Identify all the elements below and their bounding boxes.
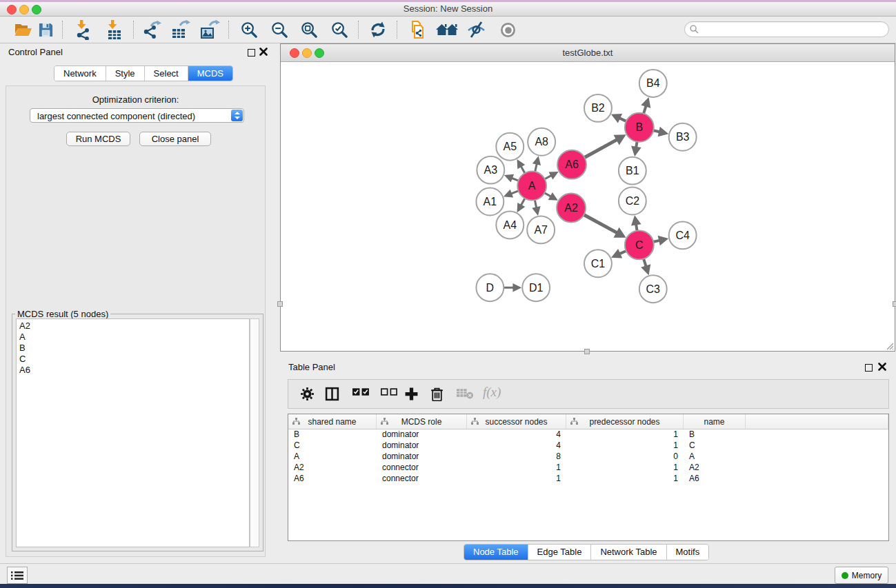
zoom-window-button[interactable] — [32, 5, 41, 14]
table-options-button[interactable] — [300, 387, 315, 401]
mcds-result-item[interactable]: A — [19, 332, 249, 343]
tab-style[interactable]: Style — [106, 66, 145, 81]
mcds-result-item[interactable]: C — [19, 354, 249, 365]
export-table-button[interactable] — [168, 19, 192, 41]
tab-select[interactable]: Select — [145, 66, 188, 81]
control-panel: Control Panel NetworkStyleSelectMCDS Opt… — [0, 43, 270, 562]
run-mcds-button[interactable]: Run MCDS — [66, 132, 130, 146]
deselect-all-button[interactable] — [380, 387, 399, 397]
resize-handle-left[interactable] — [277, 301, 283, 307]
table-tabs: Node TableEdge TableNetwork TableMotifs — [464, 544, 709, 560]
column-header-predecessor-nodes[interactable]: predecessor nodes — [566, 414, 684, 429]
network-graph: AA1A3A4A5A7A8A6A2BB1B2B3B4CC1C2C3C4DD1 — [281, 62, 895, 351]
tab-node-table[interactable]: Node Table — [464, 545, 528, 560]
resize-handle-bottom[interactable] — [584, 349, 590, 354]
clone-network-button[interactable] — [405, 19, 430, 41]
add-column-button[interactable] — [404, 387, 419, 401]
apply-function-button[interactable]: f(x) — [483, 385, 501, 400]
close-window-button[interactable] — [7, 5, 17, 14]
zoom-view-button[interactable] — [315, 48, 324, 58]
column-header-MCDS-role[interactable]: MCDS role — [377, 414, 467, 429]
import-network-button[interactable] — [71, 19, 96, 41]
table-row[interactable]: A2connector11A2 — [288, 462, 888, 473]
window-title: Session: New Session — [0, 2, 896, 16]
tab-mcds[interactable]: MCDS — [188, 66, 232, 81]
graph-edge[interactable] — [584, 215, 617, 234]
memory-button[interactable]: Memory — [835, 567, 888, 584]
control-panel-title: Control Panel — [8, 47, 63, 57]
mcds-result-list: A2ABCA6 — [16, 318, 250, 547]
save-session-button[interactable] — [33, 19, 58, 41]
select-all-button[interactable] — [352, 387, 370, 397]
search-input[interactable] — [701, 24, 888, 35]
zoom-in-button[interactable] — [237, 19, 261, 41]
table-row[interactable]: Adominator80A — [288, 451, 888, 462]
graph-node-label: A5 — [504, 141, 517, 152]
zoom-fit-button[interactable] — [297, 19, 321, 41]
zoom-selected-button[interactable] — [327, 19, 352, 41]
tab-network[interactable]: Network — [54, 66, 106, 81]
zoom-out-button[interactable] — [267, 19, 292, 41]
table-cell: 1 — [566, 473, 684, 484]
export-image-button[interactable] — [197, 19, 222, 41]
table-cell: C — [288, 440, 377, 451]
toolbar-separator — [397, 21, 397, 39]
optimization-criterion-select[interactable]: largest connected component (directed) — [30, 108, 244, 123]
network-canvas[interactable]: AA1A3A4A5A7A8A6A2BB1B2B3B4CC1C2C3C4DD1 — [281, 62, 895, 351]
mcds-result-group: MCDS result (5 nodes) A2ABCA6 — [12, 314, 263, 551]
column-header-shared-name[interactable]: shared name — [288, 414, 377, 429]
graph-edge-arrowhead — [658, 127, 669, 136]
scrollbar[interactable] — [250, 318, 259, 547]
graph-node-label: B4 — [646, 77, 660, 89]
float-table-panel-icon[interactable] — [865, 364, 873, 372]
tab-network-table[interactable]: Network Table — [591, 545, 666, 560]
close-panel-button[interactable]: Close panel — [139, 132, 211, 146]
import-table-button[interactable] — [102, 19, 127, 41]
resize-handle-right[interactable] — [893, 301, 896, 307]
tab-motifs[interactable]: Motifs — [667, 545, 709, 560]
home-button[interactable] — [435, 19, 459, 41]
close-panel-icon[interactable] — [259, 48, 268, 56]
table-cell: A — [288, 451, 377, 462]
network-view-window: testGlobe.txt AA1A3A4A5A7A8A6A2BB1B2B3B4… — [280, 43, 895, 352]
resize-grip-icon[interactable] — [885, 341, 894, 350]
graph-edge-arrowhead — [631, 146, 641, 156]
graph-edge-arrowhead — [532, 206, 540, 216]
show-columns-button[interactable] — [325, 387, 339, 401]
delete-table-button[interactable] — [456, 387, 475, 400]
minimize-view-button[interactable] — [302, 48, 312, 58]
open-file-button[interactable] — [10, 19, 35, 41]
table-cell: 1 — [566, 429, 684, 440]
column-header-successor-nodes[interactable]: successor nodes — [467, 414, 566, 429]
close-view-button[interactable] — [290, 48, 299, 58]
search-box[interactable] — [684, 21, 889, 37]
mcds-result-item[interactable]: A2 — [19, 321, 249, 332]
table-row[interactable]: Cdominator41C — [288, 440, 888, 451]
close-table-panel-icon[interactable] — [878, 363, 886, 371]
table-cell: A — [684, 451, 746, 462]
mcds-result-item[interactable]: A6 — [19, 365, 249, 376]
task-history-button[interactable] — [7, 567, 28, 584]
mcds-result-item[interactable]: B — [19, 343, 249, 354]
tab-edge-table[interactable]: Edge Table — [528, 545, 592, 560]
delete-column-button[interactable] — [430, 387, 444, 401]
float-panel-icon[interactable] — [248, 49, 255, 57]
minimize-window-button[interactable] — [19, 5, 29, 14]
table-cell: 8 — [467, 451, 566, 462]
export-network-button[interactable] — [139, 19, 163, 41]
table-row[interactable]: Bdominator41B — [288, 429, 888, 440]
graph-edge[interactable] — [584, 139, 617, 157]
status-bar: Memory — [0, 563, 896, 585]
table-header-row: shared nameMCDS rolesuccessor nodesprede… — [288, 414, 888, 429]
refresh-view-button[interactable] — [366, 19, 390, 41]
table-cell: 1 — [566, 462, 684, 473]
import-network-icon — [74, 20, 93, 40]
glasses-slash-icon — [466, 21, 486, 39]
table-cell: connector — [377, 462, 467, 473]
show-eye-button[interactable] — [495, 19, 520, 41]
column-header-name[interactable]: name — [684, 414, 746, 429]
hide-glasses-button[interactable] — [464, 19, 488, 41]
desktop-strip-bottom — [0, 584, 896, 588]
graph-node-label: A8 — [535, 136, 548, 148]
table-row[interactable]: A6connector11A6 — [288, 473, 888, 484]
